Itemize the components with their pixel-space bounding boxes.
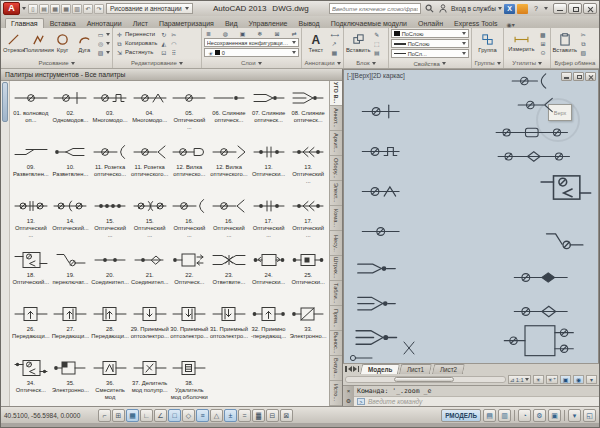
panel-label-groups[interactable]: Группы: [472, 58, 504, 68]
palette-group-tab[interactable]: Кома...: [330, 206, 342, 231]
canvas-symbol-switch[interactable]: [540, 228, 587, 258]
palette-tool[interactable]: 10. Разветвлен...: [51, 137, 91, 191]
canvas-symbol-box-loop[interactable]: [538, 172, 594, 207]
toggle-object-snap-tracking[interactable]: ≡: [196, 409, 209, 422]
panel-label-properties[interactable]: Свойства: [389, 59, 471, 68]
canvas-symbol-socket-angle[interactable]: [516, 94, 556, 120]
quick-select-icon[interactable]: ▩: [538, 30, 547, 38]
linetype-dropdown[interactable]: ПоСл...: [391, 49, 469, 58]
toggle-infer-constraints[interactable]: ⌐: [98, 409, 111, 422]
palette-tool[interactable]: 06. Слияние оптическ...: [209, 83, 249, 137]
edit-block-icon[interactable]: ⬚: [372, 39, 381, 47]
polyline-button[interactable]: Полилиния: [27, 33, 51, 53]
ribbon-tab-0[interactable]: Главная: [5, 18, 44, 28]
match-properties-icon[interactable]: ▧: [579, 48, 588, 56]
panel-label-annotation[interactable]: Аннотации: [302, 58, 343, 68]
canvas-symbol-fiber-bar[interactable]: [360, 100, 401, 127]
circle-button[interactable]: Круг: [53, 33, 73, 53]
palette-tool[interactable]: 11. Розетка оптического...: [130, 137, 170, 191]
palette-tool[interactable]: 01. волновод оп...: [11, 83, 51, 137]
palette-tool[interactable]: 31. Приемный оптоэлектро...: [209, 299, 249, 353]
block-attrs-icon[interactable]: ▤: [372, 48, 381, 56]
qat-open-icon[interactable]: ▤: [39, 4, 49, 14]
close-button[interactable]: [583, 3, 597, 14]
palette-tool[interactable]: 25. Оптически...: [288, 245, 328, 299]
last-layout-icon[interactable]: [358, 366, 360, 372]
trim-icon[interactable]: ✂: [169, 30, 178, 38]
palette-tool[interactable]: 14. Оптический...: [51, 191, 91, 245]
annotation-monitor-icon[interactable]: ◔: [518, 409, 531, 422]
doc-close-button[interactable]: [585, 72, 596, 81]
panel-label-block[interactable]: Блок: [344, 58, 387, 68]
table-icon[interactable]: ▦: [330, 48, 339, 56]
horizontal-scrollbar[interactable]: [345, 376, 506, 383]
layer-properties-icon[interactable]: ≣: [204, 29, 213, 37]
ellipse-icon[interactable]: ◎: [96, 39, 105, 47]
model-space-button[interactable]: РМОДЕЛЬ: [441, 409, 481, 422]
canvas-symbol-fiber-peak[interactable]: [360, 180, 401, 207]
ribbon-tab-2[interactable]: Аннотации: [82, 19, 127, 28]
command-close-icon[interactable]: ×: [347, 388, 351, 394]
palette-tool[interactable]: 26. Передающи...: [11, 299, 51, 353]
toggle-quick-properties[interactable]: ⊟: [266, 409, 279, 422]
palette-tool[interactable]: 11. Розетка оптическо...: [90, 137, 130, 191]
canvas-symbol-pair-box[interactable]: [494, 122, 570, 147]
layout-tab-Модель[interactable]: Модель: [360, 364, 401, 374]
layout-tab-Лист1[interactable]: Лист1: [399, 364, 432, 374]
toggle-ortho-mode[interactable]: ∟: [140, 409, 153, 422]
palette-group-tab[interactable]: Прям...: [330, 306, 342, 331]
ribbon-tab-4[interactable]: Параметризация: [154, 19, 219, 28]
layer-match-icon[interactable]: ⇄: [290, 29, 299, 37]
palette-tool[interactable]: 37. Делитель мод полупр...: [130, 353, 170, 406]
viewport-controls[interactable]: [-][Верх][2D каркас]: [347, 72, 405, 79]
layer-off-icon[interactable]: ◍: [221, 29, 230, 37]
status-overflow-icon[interactable]: ▾: [586, 375, 597, 384]
panel-label-modify[interactable]: Редактирование: [113, 58, 201, 68]
ribbon-options-icon[interactable]: ◉▾: [507, 21, 515, 28]
help-search-box[interactable]: [329, 3, 421, 14]
dimension-icon[interactable]: ⟷: [330, 30, 339, 38]
palette-tool[interactable]: 30. Приемный оптоэлектро...: [170, 299, 210, 353]
canvas-symbol-fiber-diamond-fill[interactable]: [512, 266, 570, 293]
rotate-icon[interactable]: ↻: [159, 30, 168, 38]
toggle-transparency[interactable]: ▓: [252, 409, 265, 422]
help-button[interactable]: ?: [530, 3, 542, 14]
qat-saveas-icon[interactable]: ▦: [61, 4, 71, 14]
color-dropdown[interactable]: ПоСлою: [391, 29, 469, 38]
palette-group-tab[interactable]: Архит...: [330, 131, 342, 156]
quick-view-layouts-icon[interactable]: ▤: [483, 409, 496, 422]
palette-tool[interactable]: 15. Оптический ...: [90, 191, 130, 245]
palette-group-tab[interactable]: УГО В...: [330, 81, 342, 106]
command-customize-icon[interactable]: ⚙: [346, 397, 351, 404]
palette-tool[interactable]: 22. Оптическ...: [170, 245, 210, 299]
hatch-icon[interactable]: ▨: [96, 48, 105, 56]
exchange-apps-icon[interactable]: X: [504, 4, 515, 14]
lineweight-dropdown[interactable]: ПоСлою: [391, 39, 469, 48]
quick-calc-icon[interactable]: ⊞: [538, 39, 547, 47]
annotation-autoscale-icon[interactable]: ☀⁺: [546, 375, 558, 384]
id-point-icon[interactable]: ⊙: [538, 48, 547, 56]
qat-undo-icon[interactable]: ↶: [83, 4, 93, 14]
qat-plot-icon[interactable]: ▥: [72, 4, 82, 14]
toggle-selection-cycling[interactable]: ⊠: [280, 409, 293, 422]
palette-tool[interactable]: 13. Оптически...: [249, 137, 289, 191]
layer-state-dropdown[interactable]: Несохраненная конфигурация сло: [204, 38, 299, 47]
palette-tool[interactable]: 27. Передающи...: [51, 299, 91, 353]
palette-tool[interactable]: 16. Оптический ...: [209, 191, 249, 245]
toggle-dynamic-input[interactable]: ±: [224, 409, 237, 422]
canvas-symbol-ucs[interactable]: [348, 350, 374, 363]
palette-group-tab[interactable]: Аннот...: [330, 106, 342, 131]
palette-group-tab[interactable]: Обору...: [330, 156, 342, 181]
ribbon-tab-9[interactable]: Онлайн: [413, 19, 448, 28]
toggle-grid-display[interactable]: ▦: [126, 409, 139, 422]
workspace-switching-icon[interactable]: ⚙: [533, 409, 546, 422]
minimize-button[interactable]: [553, 3, 567, 14]
layer-freeze-icon[interactable]: ❄: [255, 29, 264, 37]
command-input-line[interactable]: > Введите команду: [354, 396, 599, 407]
palette-tool[interactable]: 32. Приемно -передающ...: [249, 299, 289, 353]
text-button[interactable]: A Текст: [304, 34, 328, 53]
qat-redo-icon[interactable]: ↷: [94, 4, 104, 14]
qat-save-icon[interactable]: ▦: [50, 4, 60, 14]
layer-isolate-icon[interactable]: ▣: [238, 29, 247, 37]
palette-tool[interactable]: 17. Оптический ...: [249, 191, 289, 245]
